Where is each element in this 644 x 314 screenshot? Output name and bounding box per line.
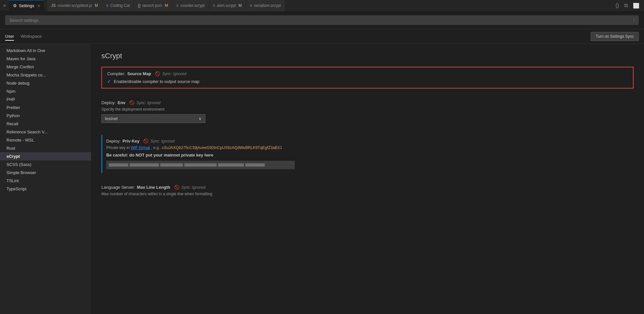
tab-asm-scrypt-modified: M [238, 3, 242, 8]
compiler-source-map-checkbox-label: Enable/disable compiler to output source… [114, 79, 200, 84]
main-content: sCrypt Compiler: Source Map 🚫 Sync: Igno… [91, 44, 644, 314]
turn-on-sync-button[interactable]: Turn on Settings Sync [591, 32, 639, 41]
blur-block-1 [109, 163, 128, 167]
language-server-sync-icon: 🚫 [174, 185, 179, 190]
tab-counter-scrypttest-modified: M [95, 3, 98, 8]
tab-counter-scrypt[interactable]: ≡ counter.scrypt [172, 0, 209, 11]
toggle-panel-icon[interactable]: ⬜ [632, 1, 641, 10]
priv-key-blurred-input[interactable] [106, 161, 295, 169]
sidebar-item-scrypt[interactable]: sCrypt [0, 152, 91, 160]
sidebar-item-simple-browser[interactable]: Simple Browser [0, 169, 91, 177]
deploy-priv-key-label: Deploy: Priv Key 🚫 Sync: Ignored [106, 139, 634, 143]
sidebar-item-maven-for-java[interactable]: Maven for Java [0, 55, 91, 63]
main-layout: ⋮ User Workspace Turn on Settings Sync M… [0, 11, 644, 314]
setting-deploy-priv-key: Deploy: Priv Key 🚫 Sync: Ignored Private… [101, 135, 634, 173]
sidebar-item-typescript[interactable]: TypeScript [0, 185, 91, 193]
sidebar-item-node-debug[interactable]: Node debug [0, 79, 91, 87]
priv-key-example: cSuJAXQb275cC39jAueeG92tnCpUS6zAQdWeBRLK… [162, 145, 282, 150]
dropdown-chevron-icon: ∨ [199, 116, 202, 121]
sidebar-item-php[interactable]: PHP [0, 95, 91, 103]
counter-scrypt-icon: ≡ [176, 3, 178, 8]
sidebar-item-recall[interactable]: Recall [0, 120, 91, 128]
priv-key-warning: Be careful: do NOT put your mainnet priv… [106, 153, 634, 157]
tab-coding-cat[interactable]: ≡ Coding Cat [102, 0, 134, 11]
settings-tab-label: Settings [19, 3, 34, 8]
sidebar-item-markdown-all-in-one[interactable]: Markdown All in One [0, 47, 91, 55]
deploy-env-sync-text: Sync: Ignored [136, 101, 161, 105]
sidebar: Markdown All in One Maven for Java Merge… [0, 44, 91, 314]
compiler-source-map-label: Compiler: Source Map 🚫 Sync: Ignored [107, 71, 628, 76]
language-server-max-line-bold: Max Line Length [137, 185, 170, 190]
split-editor-icon[interactable]: {} [614, 1, 620, 10]
priv-key-desc-text1: Private key in [106, 145, 131, 150]
setting-deploy-env: Deploy: Env 🚫 Sync: Ignored Specify the … [101, 96, 634, 127]
deploy-env-dropdown-value: testnet [105, 116, 118, 121]
compiler-source-map-prefix: Compiler: [107, 71, 125, 76]
tab-coding-cat-label: Coding Cat [110, 3, 130, 8]
language-server-max-line-label: Language Server: Max Line Length 🚫 Sync:… [101, 185, 634, 190]
settings-tab[interactable]: ⚙ Settings × [9, 0, 44, 11]
tab-workspace[interactable]: Workspace [20, 33, 42, 41]
blur-block-3 [160, 163, 183, 167]
content-area: Markdown All in One Maven for Java Merge… [0, 44, 644, 314]
tab-launch-json-label: launch.json [142, 3, 162, 8]
compiler-source-map-bold: Source Map [127, 71, 151, 76]
blur-block-6 [245, 163, 265, 167]
sidebar-item-mocha-snippets[interactable]: Mocha Snippets co... [0, 71, 91, 79]
blur-block-4 [184, 163, 217, 167]
tab-bar-left: ≡ ⚙ Settings × [0, 0, 47, 11]
sidebar-item-tslint[interactable]: TSLint [0, 177, 91, 185]
deploy-priv-key-sync-icon: 🚫 [143, 139, 148, 143]
section-title: sCrypt [101, 52, 634, 60]
js-icon: JS [51, 3, 56, 8]
blur-block-5 [218, 163, 244, 167]
tab-launch-json-modified: M [165, 3, 168, 8]
deploy-priv-key-description: Private key in WIF format , e.g., cSuJAX… [106, 145, 634, 150]
sidebar-item-npm[interactable]: Npm [0, 87, 91, 95]
sidebar-item-python[interactable]: Python [0, 112, 91, 120]
deploy-env-dropdown[interactable]: testnet ∨ [101, 114, 205, 123]
tab-counter-scrypttest-label: counter.scrypttest.js [58, 3, 92, 8]
setting-compiler-source-map: Compiler: Source Map 🚫 Sync: Ignored ✓ E… [101, 67, 634, 89]
compiler-source-map-sync-icon: 🚫 [155, 71, 160, 76]
tab-launch-json[interactable]: {} launch.json M [134, 0, 172, 11]
language-server-description: Max number of characters within in a sin… [101, 192, 634, 196]
serializer-scrypt-icon: ≡ [250, 3, 252, 8]
compiler-source-map-sync-text: Sync: Ignored [162, 72, 186, 76]
search-bar: ⋮ [0, 11, 644, 29]
search-filter-icon[interactable]: ⋮ [632, 18, 636, 23]
settings-tab-close[interactable]: × [37, 3, 40, 8]
tab-asm-scrypt-label: asm.scrypt [217, 3, 236, 8]
sidebar-item-rust[interactable]: Rust [0, 144, 91, 152]
language-server-sync-text: Sync: Ignored [181, 185, 205, 190]
compiler-source-map-checkbox-row: ✓ Enable/disable compiler to output sour… [107, 79, 628, 84]
deploy-env-sync-icon: 🚫 [129, 100, 135, 105]
deploy-priv-key-prefix: Deploy: [106, 139, 121, 143]
deploy-priv-key-bold: Priv Key [122, 139, 139, 143]
priv-key-desc-text2: , e.g., [150, 145, 162, 150]
deploy-priv-key-sync-text: Sync: Ignored [150, 139, 174, 143]
search-input[interactable] [5, 15, 639, 25]
open-editor-icon[interactable]: ⧉ [623, 1, 629, 10]
tab-serializer-scrypt[interactable]: ≡ serializer.scrypt [246, 0, 285, 11]
coding-cat-icon: ≡ [106, 3, 108, 8]
checkbox-icon[interactable]: ✓ [107, 79, 111, 84]
sidebar-item-scss-sass[interactable]: SCSS (Sass) [0, 160, 91, 169]
tab-asm-scrypt[interactable]: ≡ asm.scrypt M [209, 0, 246, 11]
sidebar-item-merge-conflict[interactable]: Merge Conflict [0, 63, 91, 71]
settings-container: ⋮ User Workspace Turn on Settings Sync M… [0, 11, 644, 314]
wif-format-link[interactable]: WIF format [131, 145, 150, 150]
json-icon: {} [138, 3, 140, 8]
tab-bar: ≡ ⚙ Settings × JS counter.scrypttest.js … [0, 0, 644, 11]
search-input-wrapper: ⋮ [5, 15, 639, 25]
sidebar-item-prettier[interactable]: Prettier [0, 103, 91, 112]
sidebar-item-remote-wsl[interactable]: Remote - WSL [0, 136, 91, 144]
tab-serializer-scrypt-label: serializer.scrypt [254, 3, 281, 8]
settings-gear-icon: ⚙ [13, 3, 17, 8]
hamburger-icon[interactable]: ≡ [3, 3, 6, 8]
blur-block-2 [130, 163, 159, 167]
tab-counter-scrypttest[interactable]: JS counter.scrypttest.js M [47, 0, 102, 11]
tab-user[interactable]: User [5, 33, 14, 41]
tab-counter-scrypt-label: counter.scrypt [180, 3, 205, 8]
sidebar-item-reference-search[interactable]: Reference Search V... [0, 128, 91, 136]
